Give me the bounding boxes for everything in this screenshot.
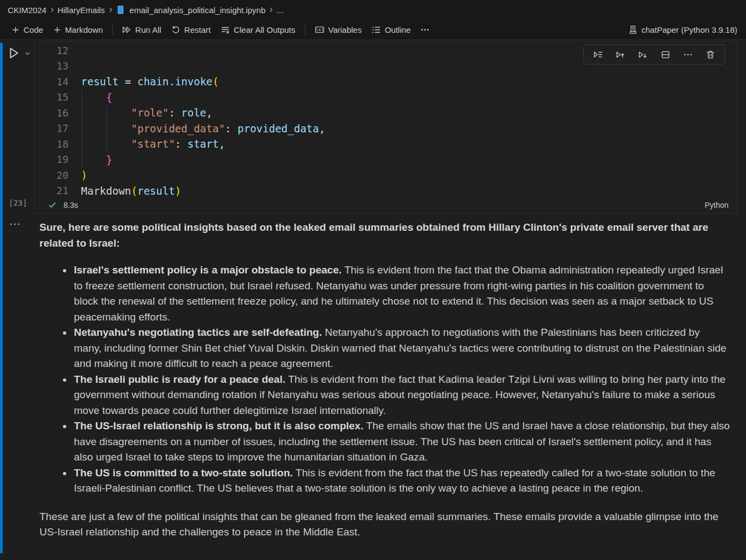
breadcrumb-item-more[interactable]: ...	[276, 5, 284, 15]
plus-icon	[11, 26, 20, 34]
run-all-label: Run All	[135, 25, 161, 34]
more-actions-icon	[420, 25, 430, 34]
line-number: 15	[34, 91, 68, 103]
code-line[interactable]: 14result = chain.invoke(	[34, 74, 737, 90]
variables-icon: (x)	[315, 25, 325, 34]
outline-label: Outline	[385, 25, 411, 34]
line-number: 12	[34, 45, 68, 56]
add-markdown-label: Markdown	[65, 25, 103, 34]
code-line[interactable]: 17 "provided_data": provided_data,	[34, 121, 737, 137]
code-text: )	[81, 169, 87, 181]
execution-duration: 8.3s	[63, 201, 78, 209]
breadcrumb-item-subfolder[interactable]: HillaryEmails	[57, 5, 105, 15]
code-text: "provided_data": provided_data,	[81, 122, 325, 135]
line-number: 13	[34, 60, 68, 72]
code-line[interactable]: 20)	[34, 167, 737, 183]
chevron-right-icon	[48, 6, 56, 14]
toolbar-divider	[112, 25, 113, 34]
add-markdown-cell-button[interactable]: Markdown	[48, 22, 108, 37]
cell-output-markdown: Sure, here are some political insights b…	[39, 220, 730, 540]
breadcrumb-item-folder[interactable]: CKIM2024	[8, 5, 47, 15]
add-code-cell-button[interactable]: Code	[7, 22, 48, 37]
toolbar-divider	[305, 25, 305, 34]
code-line[interactable]: 15 {	[34, 90, 737, 106]
cell-language[interactable]: Python	[704, 201, 728, 209]
line-number: 19	[34, 154, 68, 165]
run-by-line-icon[interactable]	[589, 48, 607, 62]
notebook-file-icon	[116, 5, 125, 15]
chevron-right-icon	[267, 6, 275, 14]
clear-all-outputs-button[interactable]: Clear All Outputs	[216, 22, 300, 37]
code-line[interactable]: 16 "role": role,	[34, 105, 737, 121]
split-cell-icon[interactable]	[657, 48, 674, 62]
code-editor[interactable]: 121314result = chain.invoke(15 {16 "role…	[34, 43, 737, 199]
variables-label: Variables	[328, 25, 362, 34]
restart-icon	[171, 25, 181, 34]
collapse-output-icon[interactable]	[9, 221, 21, 228]
chevron-down-icon[interactable]	[24, 50, 31, 57]
restart-button[interactable]: Restart	[166, 22, 216, 37]
breadcrumb: CKIM2024 HillaryEmails email_analysis_po…	[0, 0, 746, 20]
clear-outputs-icon	[221, 25, 230, 34]
execute-above-cells-icon[interactable]	[612, 48, 629, 62]
execution-count: [23]	[9, 199, 27, 207]
cell-status-bar: 8.3s Python	[34, 196, 737, 213]
kernel-picker-button[interactable]: chatPaper (Python 3.9.18)	[623, 22, 739, 37]
chevron-right-icon	[107, 6, 114, 14]
delete-cell-icon[interactable]	[702, 48, 719, 62]
list-item: The US-Israel relationship is strong, bu…	[73, 418, 730, 465]
svg-text:(x): (x)	[315, 27, 323, 32]
list-item: The US is committed to a two-state solut…	[73, 465, 730, 497]
play-icon	[7, 46, 21, 60]
restart-label: Restart	[184, 25, 211, 34]
execute-cell-and-below-icon[interactable]	[634, 48, 652, 62]
code-cell[interactable]: 121314result = chain.invoke(15 {16 "role…	[34, 41, 738, 214]
code-line[interactable]: 18 "start": start,	[34, 136, 737, 152]
breadcrumb-label: email_analysis_political_insight.ipynb	[130, 5, 265, 15]
run-all-button[interactable]: Run All	[117, 22, 166, 37]
focused-cell-indicator	[0, 43, 3, 553]
line-number: 17	[34, 122, 68, 134]
kernel-label: chatPaper (Python 3.9.18)	[641, 25, 737, 34]
output-bullet-list: Israel's settlement policy is a major ob…	[39, 262, 730, 497]
list-item: Israel's settlement policy is a major ob…	[73, 262, 730, 325]
code-text: {	[81, 91, 112, 103]
code-line[interactable]: 19 }	[34, 152, 737, 168]
notebook-toolbar: Code Markdown Run All Restart Clear All …	[0, 20, 746, 40]
more-cell-actions-icon[interactable]	[679, 48, 697, 62]
line-number: 14	[34, 76, 68, 88]
list-item: Netanyahu's negotiating tactics are self…	[73, 325, 730, 372]
add-code-label: Code	[24, 25, 43, 34]
outline-button[interactable]: Outline	[367, 22, 416, 37]
variables-button[interactable]: (x) Variables	[310, 22, 367, 37]
outline-list-icon	[372, 25, 381, 34]
clear-outputs-label: Clear All Outputs	[234, 25, 296, 34]
breadcrumb-label: ...	[276, 5, 284, 15]
output-intro-paragraph: Sure, here are some political insights b…	[39, 220, 730, 251]
code-text: result = chain.invoke(	[81, 75, 219, 88]
success-check-icon	[48, 200, 57, 209]
cell-toolbar	[583, 44, 725, 65]
line-number: 18	[34, 138, 68, 150]
line-number: 20	[34, 170, 68, 181]
code-text: "role": role,	[81, 107, 212, 119]
run-all-icon	[122, 25, 131, 34]
breadcrumb-label: HillaryEmails	[57, 5, 105, 15]
code-text: Markdown(result)	[81, 185, 181, 197]
run-cell-button[interactable]	[7, 46, 31, 60]
kernel-icon	[628, 25, 638, 34]
line-number: 21	[34, 185, 68, 196]
line-number: 16	[34, 107, 68, 119]
list-item: The Israeli public is ready for a peace …	[73, 372, 730, 419]
more-toolbar-actions-button[interactable]	[415, 22, 435, 37]
breadcrumb-item-notebook[interactable]: email_analysis_political_insight.ipynb	[116, 5, 265, 15]
code-text: }	[81, 154, 112, 166]
output-closing-paragraph: These are just a few of the political in…	[39, 509, 730, 540]
plus-icon	[53, 26, 61, 34]
code-text: "start": start,	[81, 138, 225, 150]
breadcrumb-label: CKIM2024	[8, 5, 47, 15]
